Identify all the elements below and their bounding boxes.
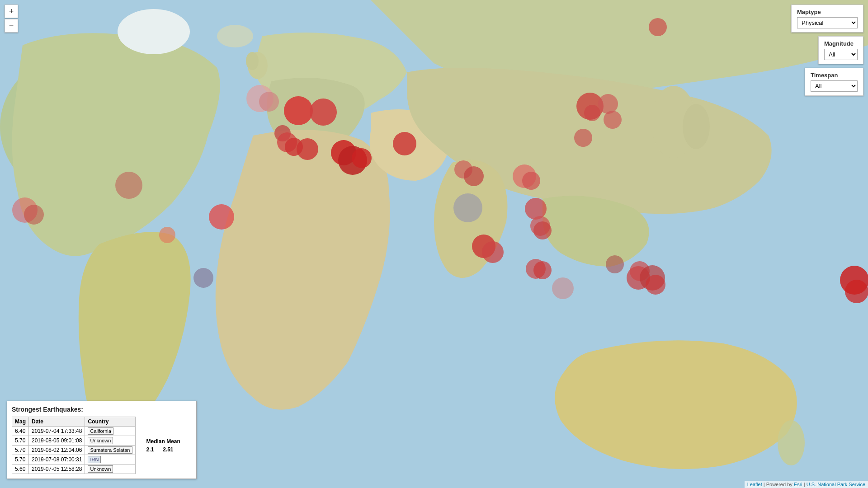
svg-point-2 <box>118 9 190 54</box>
cell-mag: 6.40 <box>12 427 29 436</box>
stats-title: Median Mean <box>146 438 180 445</box>
stats-row: 2.1 2.51 <box>146 446 174 453</box>
maptype-control: Maptype Physical Satellite Streets Topo <box>791 5 863 33</box>
cell-mag: 5.70 <box>12 436 29 446</box>
table-row[interactable]: 5.702019-08-05 09:01:08Unknown <box>12 436 136 446</box>
zoom-controls: + − <box>5 5 18 33</box>
map-container: + − Maptype Physical Satellite Streets T… <box>0 0 868 488</box>
attribution: Leaflet | Powered by Esri | U.S. Nationa… <box>745 481 868 488</box>
svg-point-6 <box>217 25 253 47</box>
country-badge: Sumatera Selatan <box>88 446 132 454</box>
magnitude-label: Magnitude <box>824 40 858 47</box>
svg-point-8 <box>246 52 259 70</box>
esri-link[interactable]: Esri <box>794 482 802 487</box>
country-badge: IRN <box>88 456 101 463</box>
earthquake-table: Mag Date Country 6.402019-07-04 17:33:48… <box>12 417 136 474</box>
timespan-control: Timespan All Past Day Past Week Past Mon… <box>805 68 863 96</box>
cell-date: 2019-08-02 12:04:06 <box>29 446 85 455</box>
stats-box: Median Mean 2.1 2.51 <box>143 417 184 474</box>
cell-date: 2019-07-04 17:33:48 <box>29 427 85 436</box>
cell-country: California <box>85 427 135 436</box>
cell-date: 2019-08-05 09:01:08 <box>29 436 85 446</box>
magnitude-select[interactable]: All 2+ 3+ 4+ 5+ 6+ <box>824 49 858 60</box>
col-mag: Mag <box>12 417 29 427</box>
nps-link[interactable]: U.S. National Park Service <box>807 482 865 487</box>
leaflet-link[interactable]: Leaflet <box>747 482 762 487</box>
stats-mean: 2.51 <box>163 446 173 453</box>
zoom-out-button[interactable]: − <box>5 19 18 33</box>
cell-country: IRN <box>85 455 135 465</box>
cell-mag: 5.60 <box>12 465 29 474</box>
stats-title-text: Median Mean <box>146 438 180 445</box>
country-badge: California <box>88 427 113 435</box>
stats-median: 2.1 <box>146 446 154 453</box>
svg-point-5 <box>778 420 805 465</box>
magnitude-control: Magnitude All 2+ 3+ 4+ 5+ 6+ <box>818 36 863 64</box>
svg-point-4 <box>683 104 710 149</box>
col-date: Date <box>29 417 85 427</box>
maptype-select[interactable]: Physical Satellite Streets Topo <box>797 17 858 28</box>
cell-country: Sumatera Selatan <box>85 446 135 455</box>
panel-content: Mag Date Country 6.402019-07-04 17:33:48… <box>12 417 192 474</box>
table-row[interactable]: 5.702019-08-02 12:04:06Sumatera Selatan <box>12 446 136 455</box>
cell-mag: 5.70 <box>12 455 29 465</box>
country-badge: Unknown <box>88 437 113 444</box>
timespan-label: Timespan <box>811 72 858 79</box>
cell-country: Unknown <box>85 436 135 446</box>
table-row[interactable]: 6.402019-07-04 17:33:48California <box>12 427 136 436</box>
table-row[interactable]: 5.702019-07-08 07:00:31IRN <box>12 455 136 465</box>
cell-country: Unknown <box>85 465 135 474</box>
panel-title: Strongest Earthquakes: <box>12 406 192 413</box>
col-country: Country <box>85 417 135 427</box>
cell-date: 2019-07-08 07:00:31 <box>29 455 85 465</box>
country-badge: Unknown <box>88 465 113 473</box>
timespan-select[interactable]: All Past Day Past Week Past Month <box>811 80 858 92</box>
cell-mag: 5.70 <box>12 446 29 455</box>
zoom-in-button[interactable]: + <box>5 5 18 18</box>
table-row[interactable]: 5.602019-07-05 12:58:28Unknown <box>12 465 136 474</box>
bottom-panel: Strongest Earthquakes: Mag Date Country … <box>7 401 197 479</box>
cell-date: 2019-07-05 12:58:28 <box>29 465 85 474</box>
maptype-label: Maptype <box>797 9 858 15</box>
